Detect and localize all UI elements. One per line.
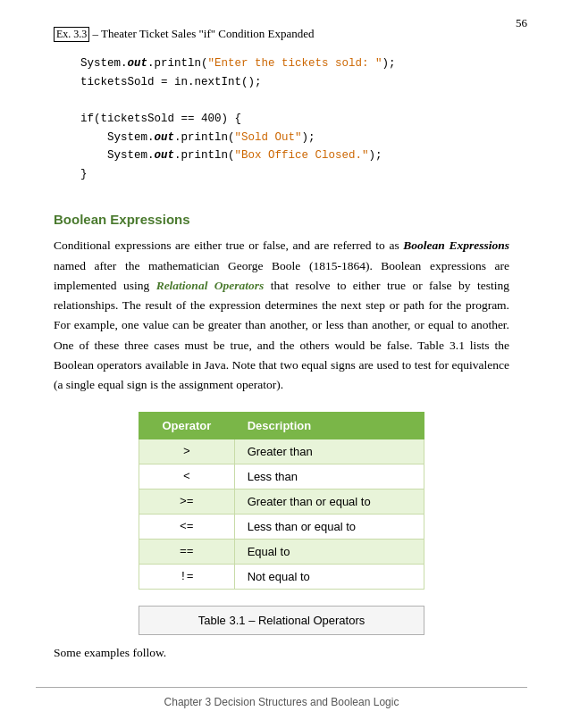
body-text-part3: that resolve to either true or false by … (54, 279, 509, 391)
body-text-part1: Conditional expressions are either true … (54, 238, 403, 252)
table-cell-description: Greater than or equal to (234, 489, 424, 514)
table-cell-operator: < (139, 464, 235, 489)
page-number: 56 (516, 16, 527, 30)
table-cell-description: Greater than (234, 439, 424, 464)
table-cell-description: Less than or equal to (234, 514, 424, 539)
code-line-1: System.out.println("Enter the tickets so… (80, 57, 396, 70)
code-line-5: System.out.println("Box Office Closed.")… (80, 149, 382, 162)
example-box: Ex. 3.3 (54, 27, 89, 42)
table-header-description: Description (234, 412, 424, 439)
table-cell-operator: == (139, 539, 235, 564)
table-row: <=Less than or equal to (139, 514, 424, 539)
code-line-3: if(ticketsSold == 400) { (80, 113, 241, 125)
table-cell-operator: != (139, 564, 235, 589)
page: 56 Ex. 3.3 – Theater Ticket Sales "if" C… (0, 0, 563, 728)
code-line-6: } (80, 168, 88, 180)
table-caption: Table 3.1 – Relational Operators (139, 606, 424, 635)
footer-line (36, 687, 527, 688)
code-line-2: ticketsSold = in.nextInt(); (80, 76, 262, 88)
table-row: ==Equal to (139, 539, 424, 564)
table-cell-description: Equal to (234, 539, 424, 564)
table-cell-description: Not equal to (234, 564, 424, 589)
table-row: >Greater than (139, 439, 424, 464)
body-text-green: Relational Operators (156, 279, 265, 292)
table-cell-description: Less than (234, 464, 424, 489)
table-cell-operator: > (139, 439, 235, 464)
code-line-4: System.out.println("Sold Out"); (80, 131, 315, 144)
table-header-row: Operator Description (139, 412, 424, 439)
section-heading: Boolean Expressions (54, 212, 509, 227)
table-body: >Greater than<Less than>=Greater than or… (139, 439, 424, 589)
table-row: >=Greater than or equal to (139, 489, 424, 514)
table-container: Operator Description >Greater than<Less … (139, 412, 424, 590)
table-cell-operator: >= (139, 489, 235, 514)
relational-operators-table: Operator Description >Greater than<Less … (139, 412, 424, 590)
table-cell-operator: <= (139, 514, 235, 539)
body-text-bold-italic: Boolean Expressions (403, 238, 509, 252)
code-block: System.out.println("Enter the tickets so… (54, 47, 509, 190)
table-row: !=Not equal to (139, 564, 424, 589)
body-text: Conditional expressions are either true … (54, 236, 509, 395)
some-examples: Some examples follow. (54, 646, 509, 660)
footer-text: Chapter 3 Decision Structures and Boolea… (0, 696, 563, 708)
table-header-operator: Operator (139, 412, 235, 439)
table-row: <Less than (139, 464, 424, 489)
example-title: – Theater Ticket Sales "if" Condition Ex… (89, 27, 314, 40)
example-label: Ex. 3.3 – Theater Ticket Sales "if" Cond… (54, 27, 509, 42)
